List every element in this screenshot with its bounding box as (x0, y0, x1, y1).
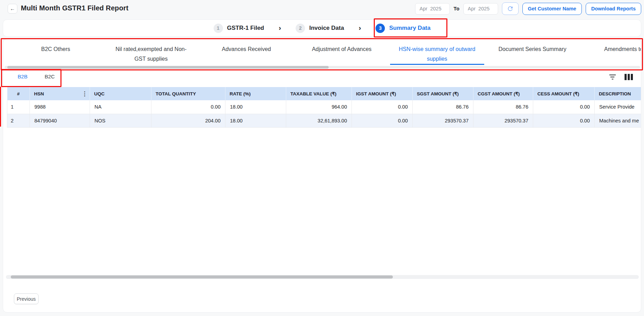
table-row: 2 84799040 NOS 204.00 18.00 32,61,893.00… (7, 114, 642, 127)
tab-b2c-others[interactable]: B2C Others (8, 39, 104, 65)
top-bar: ← Multi Month GSTR1 Filed Report To Get … (0, 0, 644, 18)
chevron-right-icon: › (279, 24, 281, 32)
tab-hsn-wise-summary[interactable]: HSN-wise summary of outward supplies (389, 39, 485, 65)
column-menu-icon[interactable]: ⋮ (82, 90, 88, 97)
date-from-input[interactable] (415, 3, 450, 15)
grid-toolbar (608, 73, 634, 81)
step-summary-data[interactable]: 3 Summary Data (375, 24, 430, 33)
tab-adjustment-of-advances[interactable]: Adjustment of Advances (294, 39, 390, 65)
subtab-row: B2B B2C (3, 69, 641, 85)
date-range-to-label: To (454, 6, 460, 11)
col-uqc: UQC (90, 87, 151, 100)
back-arrow-icon: ← (10, 6, 15, 11)
page-title: Multi Month GSTR1 Filed Report (21, 4, 129, 12)
previous-button[interactable]: Previous (14, 293, 39, 304)
table-scrollbar-track (6, 275, 639, 279)
date-to-input[interactable] (463, 3, 498, 15)
step-1-number: 1 (214, 24, 223, 33)
tab-strip-scrollbar-thumb[interactable] (7, 66, 329, 69)
table-header-row: # HSN⋮ UQC TOTAL QUANTITY RATE (%) TAXAB… (7, 87, 642, 100)
col-cess-amount: CESS AMOUNT (₹) (533, 87, 595, 100)
table-row: 1 9988 NA 0.00 18.00 964.00 0.00 86.76 8… (7, 100, 642, 114)
tab-document-series-summary[interactable]: Document Series Summary (485, 39, 580, 65)
tab-advances-received[interactable]: Advances Received (199, 39, 294, 65)
subtab-b2c[interactable]: B2C (36, 69, 63, 84)
download-reports-button[interactable]: Download Reports (586, 3, 641, 15)
chevron-right-icon: › (358, 24, 361, 32)
filter-icon[interactable] (608, 73, 617, 81)
wizard-stepper: 1 GSTR-1 Filed › 2 Invoice Data › 3 Summ… (3, 20, 641, 36)
col-cgst-amount: CGST AMOUNT (₹) (473, 87, 533, 100)
summary-tab-strip: B2C Others Nil rated,exempted and Non-GS… (8, 39, 641, 65)
view-columns-icon[interactable] (624, 73, 634, 81)
back-button[interactable]: ← (8, 4, 17, 14)
annotation-left-line (0, 87, 1, 127)
col-hsn: HSN⋮ (30, 87, 90, 100)
col-taxable-value: TAXABLE VALUE (₹) (286, 87, 352, 100)
get-customer-name-button[interactable]: Get Customer Name (522, 3, 582, 15)
tab-strip-scrollbar-track (5, 66, 640, 69)
table-scrollbar-thumb[interactable] (11, 275, 393, 279)
step-invoice-data[interactable]: 2 Invoice Data (296, 24, 344, 33)
step-2-number: 2 (296, 24, 305, 33)
col-rate: RATE (%) (225, 87, 286, 100)
step-3-number: 3 (375, 24, 385, 33)
tab-nil-rated-exempted[interactable]: Nil rated,exempted and Non-GST supplies (104, 39, 199, 65)
refresh-button[interactable] (502, 2, 519, 15)
gstr1-report-page: ← Multi Month GSTR1 Filed Report To Get … (0, 0, 644, 316)
subtab-b2b[interactable]: B2B (9, 69, 36, 84)
hsn-summary-table: # HSN⋮ UQC TOTAL QUANTITY RATE (%) TAXAB… (7, 87, 641, 128)
col-total-quantity: TOTAL QUANTITY (151, 87, 225, 100)
col-description: DESCRIPTION (595, 87, 642, 100)
col-sgst-amount: SGST AMOUNT (₹) (413, 87, 473, 100)
col-igst-amount: IGST AMOUNT (₹) (352, 87, 413, 100)
top-bar-controls: To Get Customer Name Download Reports (415, 2, 641, 15)
stepper-card: 1 GSTR-1 Filed › 2 Invoice Data › 3 Summ… (3, 19, 641, 37)
summary-content-card: B2C Others Nil rated,exempted and Non-GS… (3, 39, 641, 313)
refresh-icon (507, 5, 514, 12)
step-gstr1-filed[interactable]: 1 GSTR-1 Filed (214, 24, 264, 33)
tab-amendments-to-b2b[interactable]: Amendments to B2 (580, 39, 641, 65)
col-index: # (7, 87, 30, 100)
